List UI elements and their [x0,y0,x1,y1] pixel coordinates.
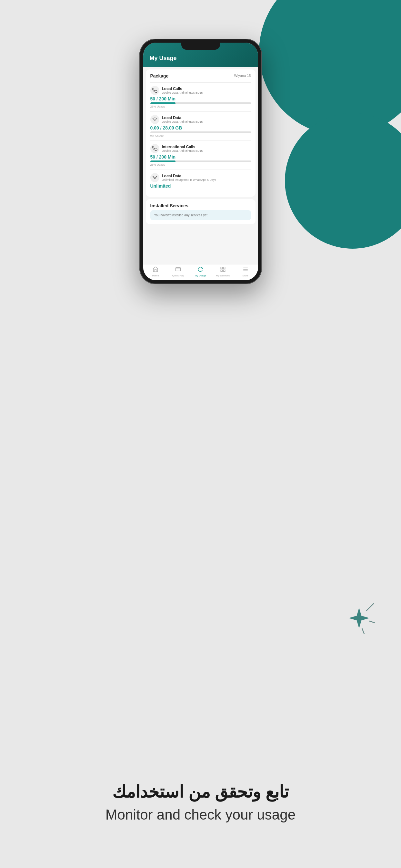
usage-item-local-data-unlimited: Local Data Unlimited Instagram FB WhatsA… [151,169,251,193]
bg-teal-circle-arc [285,113,401,249]
package-name: Wiyana 15 [234,73,251,78]
intl-calls-usage-label: 25% Usage [151,163,251,166]
local-calls-icon [151,86,159,95]
phone-content: Package Wiyana 15 Local Cal [143,67,258,264]
local-calls-value: 50 / 200 Min [151,96,251,101]
local-calls-progress-bg [151,102,251,104]
local-calls-desc: Double Data And Minutes BD15 [162,91,203,94]
package-section: Package Wiyana 15 Local Cal [146,69,256,197]
usage-item-local-calls: Local Calls Double Data And Minutes BD15… [151,82,251,112]
arabic-text: تابع وتحقق من استخدامك [0,782,401,802]
nav-label-home: Home [152,274,159,277]
intl-calls-progress-bg [151,160,251,162]
phone-screen: My Usage Package Wiyana 15 [143,42,258,280]
svg-line-11 [369,621,375,624]
bottom-text-area: تابع وتحقق من استخدامك Monitor and check… [0,782,401,823]
svg-line-12 [362,628,365,634]
nav-label-more: More [243,274,248,277]
nav-item-my-services[interactable]: My Services [212,267,234,277]
installed-services-section: Installed Services You haven't installed… [146,199,256,224]
phone-notch [181,42,220,50]
svg-rect-3 [224,267,225,269]
nav-item-my-usage[interactable]: My Usage [189,267,212,277]
local-data-unlimited-name: Local Data [162,174,216,178]
svg-rect-5 [224,270,225,272]
local-calls-usage-label: 25% Usage [151,105,251,108]
my-services-icon [220,267,226,274]
english-text: Monitor and check your usage [0,807,401,823]
intl-calls-desc: Double Data And Minutes BD15 [162,149,203,152]
home-icon [153,267,158,274]
nav-label-quick-pay: Quick Pay [172,274,184,277]
local-data-unlimited-desc: Unlimited Instagram FB WhatsApp 5 Days [162,178,216,182]
brand-logo [343,602,375,636]
bg-teal-circle-top [259,0,401,135]
phone-mockup: My Usage Package Wiyana 15 [139,39,262,284]
usage-item-local-data: Local Data Double Data And Minutes BD15 … [151,112,251,141]
phone-frame: My Usage Package Wiyana 15 [139,39,262,284]
quick-pay-icon [175,267,181,274]
more-icon [243,267,248,274]
nav-label-my-services: My Services [216,274,230,277]
svg-rect-2 [221,267,222,269]
svg-line-10 [366,603,374,611]
bottom-nav: Home Quick Pay [143,264,258,280]
local-data-usage-label: 0% Usage [151,134,251,137]
nav-item-quick-pay[interactable]: Quick Pay [167,267,189,277]
svg-rect-0 [175,268,180,271]
page-title: My Usage [150,55,252,62]
intl-calls-name: International Calls [162,145,203,149]
svg-rect-4 [221,270,222,272]
local-data-desc: Double Data And Minutes BD15 [162,120,203,123]
package-section-title: Package [151,73,169,79]
my-usage-icon [197,267,203,274]
usage-item-intl-calls: International Calls Double Data And Minu… [151,141,251,169]
local-data-name: Local Data [162,116,203,120]
installed-services-empty: You haven't installed any services yet [151,210,251,220]
nav-item-home[interactable]: Home [144,267,167,277]
local-calls-progress-fill [151,102,175,104]
intl-calls-progress-fill [151,160,175,162]
installed-services-title: Installed Services [151,203,251,208]
svg-marker-9 [349,608,369,628]
intl-calls-icon [151,144,159,153]
local-data-progress-bg [151,131,251,133]
intl-calls-value: 50 / 200 Min [151,154,251,159]
local-data-unlimited-icon [151,173,159,182]
nav-item-more[interactable]: More [234,267,257,277]
local-data-unlimited-value: Unlimited [151,183,251,189]
local-data-icon [151,115,159,124]
nav-label-my-usage: My Usage [195,274,206,277]
local-calls-name: Local Calls [162,87,203,91]
local-data-value: 0.00 / 28.00 GB [151,125,251,130]
